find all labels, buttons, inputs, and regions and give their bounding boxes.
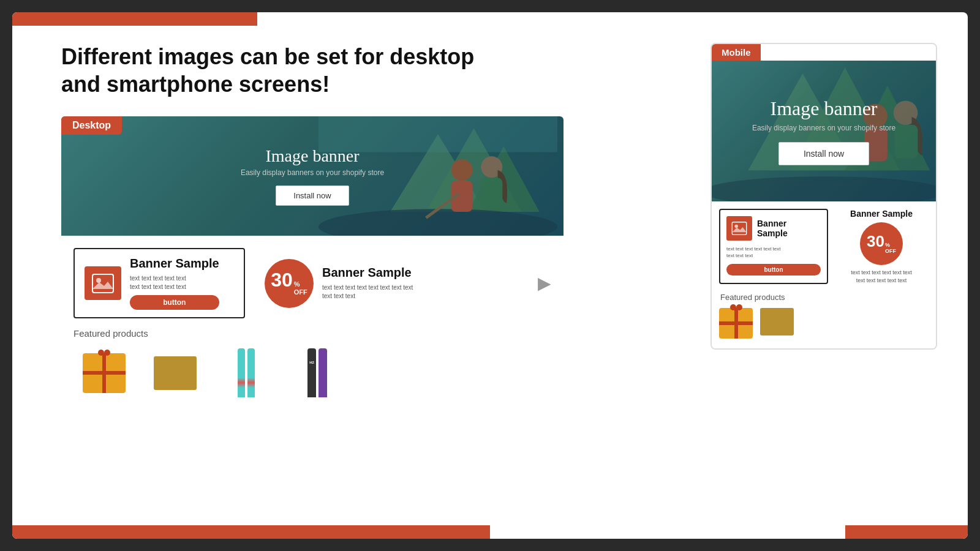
mobile-card-2-desc: text text text text text texttext text t…: [851, 269, 912, 284]
bottom-accent-bar-left: [12, 525, 490, 539]
top-accent-bar: [12, 12, 257, 26]
card-2-description: text text text text text text text textt…: [322, 283, 413, 301]
mobile-products-row: [719, 308, 929, 341]
discount-pct-off: % OFF: [294, 280, 307, 296]
mobile-discount-number: 30: [867, 233, 884, 249]
mobile-discount-off: OFF: [885, 248, 896, 254]
mobile-product-box-2: [760, 308, 794, 339]
mobile-discount-labels: % OFF: [885, 242, 896, 254]
mobile-banner-image: Image banner Easily display banners on y…: [712, 61, 936, 201]
card-1-text: Banner Sample text text text text textte…: [130, 257, 219, 310]
mobile-discount-circle: 30 % OFF: [860, 222, 903, 265]
mobile-discount-amount: 30 % OFF: [867, 233, 896, 254]
svg-rect-20: [895, 125, 918, 158]
card-1-description: text text text text texttext text text t…: [130, 274, 219, 291]
desktop-banner-image: Image banner Easily display banners on y…: [61, 116, 564, 236]
desktop-card-2: 30 % OFF Banner Sample text text text te…: [255, 253, 439, 314]
product-box-2: [145, 348, 206, 397]
mobile-discount-pct: %: [885, 242, 896, 248]
mobile-card-2: Banner Sample 30 % OFF text text text te…: [834, 209, 929, 284]
heading-line1: Different images can be set for desktop: [61, 44, 474, 69]
mobile-banner-title: Image banner: [770, 97, 877, 120]
mobile-card-image-icon: [726, 216, 752, 241]
desktop-featured-label: Featured products: [74, 328, 551, 339]
discount-circle: 30 % OFF: [265, 259, 314, 308]
card-2-text: Banner Sample text text text text text t…: [322, 266, 413, 301]
desktop-label: Desktop: [61, 116, 122, 135]
mobile-label: Mobile: [712, 44, 761, 61]
mobile-card-1-button[interactable]: button: [726, 264, 821, 276]
ski-shape: [238, 348, 255, 397]
mobile-image-icon: [731, 222, 747, 235]
desktop-banner-text-area: Image banner Easily display banners on y…: [61, 116, 564, 236]
desktop-products-row: [74, 348, 551, 397]
svg-rect-10: [92, 274, 113, 293]
mobile-plain-box: [760, 308, 794, 335]
mobile-featured-label: Featured products: [719, 290, 929, 302]
right-panel: Mobile Image banner Easily display ban: [710, 43, 937, 520]
desktop-install-button[interactable]: Install now: [276, 186, 349, 206]
mobile-product-gift-1: [719, 308, 753, 339]
svg-marker-23: [732, 227, 746, 232]
mobile-card-1-top: BannerSample: [726, 216, 821, 241]
page-heading: Different images can be set for desktop …: [61, 43, 490, 98]
plain-box: [154, 356, 197, 390]
mobile-card-2-title: Banner Sample: [850, 209, 913, 219]
discount-off: OFF: [294, 288, 307, 296]
mobile-cards-row: BannerSample text text text text text te…: [719, 209, 929, 284]
desktop-bottom-content: Banner Sample text text text text textte…: [61, 236, 564, 410]
svg-rect-21: [732, 222, 746, 235]
svg-point-22: [734, 225, 738, 228]
mobile-gift-box-1: [719, 308, 753, 339]
card-image-icon: [85, 266, 121, 300]
svg-marker-12: [92, 282, 113, 289]
desktop-banner-title: Image banner: [265, 146, 359, 166]
svg-point-11: [96, 278, 101, 283]
desktop-card-1: Banner Sample text text text text textte…: [74, 248, 245, 318]
discount-number: 30: [271, 270, 293, 290]
desktop-mockup: Desktop: [61, 116, 564, 410]
left-panel: Different images can be set for desktop …: [61, 43, 686, 520]
card-1-button[interactable]: button: [130, 295, 219, 310]
bottom-accent-bar-right: [845, 525, 968, 539]
mobile-banner-subtitle: Easily display banners on your shopify s…: [752, 124, 895, 132]
mobile-mockup: Mobile Image banner Easily display ban: [710, 43, 937, 350]
mobile-install-button[interactable]: Install now: [778, 142, 869, 165]
svg-point-16: [712, 176, 936, 201]
card-1-title: Banner Sample: [130, 257, 219, 271]
discount-pct: %: [294, 280, 300, 288]
heading-line2: and smartphone screens!: [61, 72, 330, 97]
mobile-cards-area: BannerSample text text text text text te…: [712, 201, 936, 348]
mobile-card-1-title: BannerSample: [757, 219, 788, 238]
card-2-title: Banner Sample: [322, 266, 413, 280]
banner-cards-row: Banner Sample text text text text textte…: [74, 248, 551, 318]
product-skis: [216, 348, 277, 397]
main-container: Different images can be set for desktop …: [12, 12, 968, 539]
desktop-banner-subtitle: Easily display banners on your shopify s…: [241, 168, 384, 177]
product-gift-1: [74, 348, 135, 397]
product-snowboard: [287, 348, 348, 397]
gift-box-1: [83, 353, 126, 393]
mobile-banner-text: Image banner Easily display banners on y…: [752, 97, 895, 165]
mobile-card-1: BannerSample text text text text text te…: [719, 209, 828, 284]
arrow-right-icon: ▶: [538, 273, 551, 293]
image-placeholder-icon: [92, 272, 114, 294]
snowboard-shape: [307, 348, 327, 397]
mobile-card-1-desc: text text text text text texttext text t…: [726, 246, 821, 259]
